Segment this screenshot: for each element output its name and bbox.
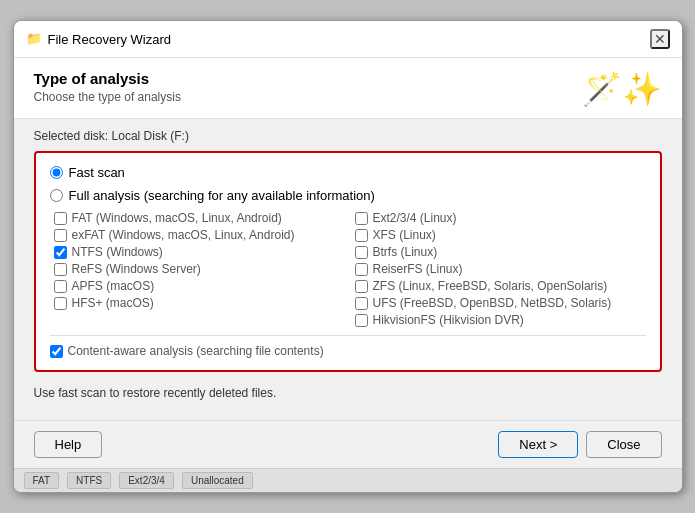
btrfs-checkbox[interactable] (355, 246, 368, 259)
checkbox-row: XFS (Linux) (355, 228, 646, 242)
checkbox-row (54, 313, 345, 327)
title-bar-left: 📁 File Recovery Wizard (26, 31, 172, 47)
checkbox-row: HFS+ (macOS) (54, 296, 345, 310)
title-bar: 📁 File Recovery Wizard ✕ (14, 21, 682, 58)
checkbox-row: exFAT (Windows, macOS, Linux, Android) (54, 228, 345, 242)
zfs-checkbox[interactable] (355, 280, 368, 293)
refs-label[interactable]: ReFS (Windows Server) (72, 262, 201, 276)
fast-scan-row: Fast scan (50, 165, 646, 180)
close-button[interactable]: Close (586, 431, 661, 458)
close-icon[interactable]: ✕ (650, 29, 670, 49)
fast-scan-label[interactable]: Fast scan (69, 165, 125, 180)
exfat-checkbox[interactable] (54, 229, 67, 242)
full-analysis-label[interactable]: Full analysis (searching for any availab… (69, 188, 375, 203)
next-button[interactable]: Next > (498, 431, 578, 458)
apfs-label[interactable]: APFS (macOS) (72, 279, 155, 293)
content-aware-label[interactable]: Content-aware analysis (searching file c… (68, 344, 324, 358)
checkbox-row: HikvisionFS (Hikvision DVR) (355, 313, 646, 327)
xfs-label[interactable]: XFS (Linux) (373, 228, 436, 242)
taskbar-item-ext: Ext2/3/4 (119, 472, 174, 489)
zfs-label[interactable]: ZFS (Linux, FreeBSD, Solaris, OpenSolari… (373, 279, 608, 293)
fat-checkbox[interactable] (54, 212, 67, 225)
ntfs-checkbox[interactable] (54, 246, 67, 259)
exfat-label[interactable]: exFAT (Windows, macOS, Linux, Android) (72, 228, 295, 242)
header-section: Type of analysis Choose the type of anal… (14, 58, 682, 119)
hikvision-checkbox[interactable] (355, 314, 368, 327)
checkbox-row: Ext2/3/4 (Linux) (355, 211, 646, 225)
checkbox-row: ReiserFS (Linux) (355, 262, 646, 276)
ext234-label[interactable]: Ext2/3/4 (Linux) (373, 211, 457, 225)
checkbox-row: ZFS (Linux, FreeBSD, Solaris, OpenSolari… (355, 279, 646, 293)
options-box: Fast scan Full analysis (searching for a… (34, 151, 662, 372)
main-content: Selected disk: Local Disk (F:) Fast scan… (14, 119, 682, 420)
fat-label[interactable]: FAT (Windows, macOS, Linux, Android) (72, 211, 282, 225)
hfsp-checkbox[interactable] (54, 297, 67, 310)
ext234-checkbox[interactable] (355, 212, 368, 225)
xfs-checkbox[interactable] (355, 229, 368, 242)
ufs-checkbox[interactable] (355, 297, 368, 310)
help-button[interactable]: Help (34, 431, 103, 458)
bottom-bar: Help Next > Close (14, 420, 682, 468)
reiser-checkbox[interactable] (355, 263, 368, 276)
btrfs-label[interactable]: Btrfs (Linux) (373, 245, 438, 259)
content-aware-checkbox[interactable] (50, 345, 63, 358)
taskbar-item-ntfs: NTFS (67, 472, 111, 489)
apfs-checkbox[interactable] (54, 280, 67, 293)
taskbar-item-fat: FAT (24, 472, 60, 489)
divider (50, 335, 646, 336)
hikvision-label[interactable]: HikvisionFS (Hikvision DVR) (373, 313, 524, 327)
checkbox-row: NTFS (Windows) (54, 245, 345, 259)
refs-checkbox[interactable] (54, 263, 67, 276)
full-analysis-row: Full analysis (searching for any availab… (50, 188, 646, 203)
page-heading: Type of analysis (34, 70, 181, 87)
wizard-icon: 🪄✨ (582, 70, 662, 108)
disk-label: Selected disk: Local Disk (F:) (34, 129, 662, 143)
reiser-label[interactable]: ReiserFS (Linux) (373, 262, 463, 276)
checkbox-row: ReFS (Windows Server) (54, 262, 345, 276)
fast-scan-radio[interactable] (50, 166, 63, 179)
dialog-icon: 📁 (26, 31, 42, 47)
full-analysis-radio[interactable] (50, 189, 63, 202)
dialog-title: File Recovery Wizard (48, 32, 172, 47)
ufs-label[interactable]: UFS (FreeBSD, OpenBSD, NetBSD, Solaris) (373, 296, 612, 310)
content-aware-row: Content-aware analysis (searching file c… (50, 344, 646, 358)
header-titles: Type of analysis Choose the type of anal… (34, 70, 181, 104)
checkbox-row: Btrfs (Linux) (355, 245, 646, 259)
page-subheading: Choose the type of analysis (34, 90, 181, 104)
filesystem-checkboxes: FAT (Windows, macOS, Linux, Android) Ext… (54, 211, 646, 327)
taskbar-strip: FAT NTFS Ext2/3/4 Unallocated (14, 468, 682, 492)
taskbar-item-unallocated: Unallocated (182, 472, 253, 489)
checkbox-row: APFS (macOS) (54, 279, 345, 293)
checkbox-row: UFS (FreeBSD, OpenBSD, NetBSD, Solaris) (355, 296, 646, 310)
checkbox-row: FAT (Windows, macOS, Linux, Android) (54, 211, 345, 225)
file-recovery-dialog: 📁 File Recovery Wizard ✕ Type of analysi… (13, 20, 683, 493)
hfsp-label[interactable]: HFS+ (macOS) (72, 296, 154, 310)
description-text: Use fast scan to restore recently delete… (34, 382, 662, 404)
right-buttons: Next > Close (498, 431, 661, 458)
ntfs-label[interactable]: NTFS (Windows) (72, 245, 163, 259)
